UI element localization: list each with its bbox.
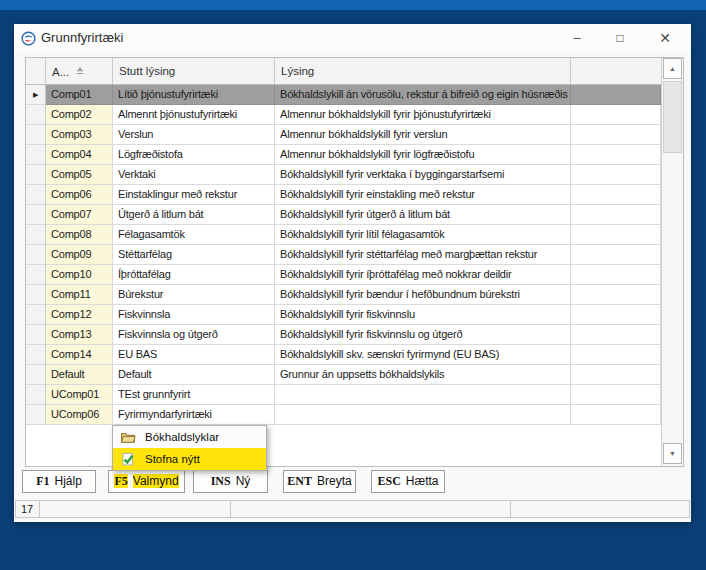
cell-id[interactable]: Comp03 bbox=[46, 125, 113, 145]
table-row[interactable]: Comp10 Íþróttafélag Bókhaldslykill fyrir… bbox=[26, 265, 661, 285]
cell-short[interactable]: Fiskvinnsla bbox=[113, 305, 275, 325]
cell-desc[interactable] bbox=[275, 405, 571, 425]
cell-short[interactable]: EU BAS bbox=[113, 345, 275, 365]
table-row[interactable]: Comp06 Einstaklingur með rekstur Bókhald… bbox=[26, 185, 661, 205]
cell-short[interactable]: Búrekstur bbox=[113, 285, 275, 305]
row-selector-cell[interactable] bbox=[26, 165, 46, 185]
cell-desc[interactable]: Grunnur án uppsetts bókhaldslykils bbox=[275, 365, 571, 385]
cell-id[interactable]: UComp01 bbox=[46, 385, 113, 405]
cell-id[interactable]: Comp09 bbox=[46, 245, 113, 265]
scrollbar-thumb[interactable] bbox=[663, 81, 682, 153]
cell-desc[interactable]: Bókhaldslykill fyrir fiskvinnslu bbox=[275, 305, 571, 325]
table-row[interactable]: Comp14 EU BAS Bókhaldslykill skv. sænskr… bbox=[26, 345, 661, 365]
close-button[interactable]: ✕ bbox=[649, 24, 681, 52]
cell-short[interactable]: Lögfræðistofa bbox=[113, 145, 275, 165]
cell-desc[interactable]: Almennur bókhaldslykill fyrir þjónustufy… bbox=[275, 105, 571, 125]
edit-button[interactable]: ENTBreyta bbox=[283, 470, 356, 493]
cell-id[interactable]: Comp14 bbox=[46, 345, 113, 365]
table-row[interactable]: Comp11 Búrekstur Bókhaldslykill fyrir bæ… bbox=[26, 285, 661, 305]
row-selector-cell[interactable] bbox=[26, 205, 46, 225]
cell-short[interactable]: Verslun bbox=[113, 125, 275, 145]
cell-short[interactable]: TEst grunnfyrirt bbox=[113, 385, 275, 405]
cell-id[interactable]: Comp04 bbox=[46, 145, 113, 165]
table-row[interactable]: Comp13 Fiskvinnsla og útgerð Bókhaldslyk… bbox=[26, 325, 661, 345]
cell-short[interactable]: Fiskvinnsla og útgerð bbox=[113, 325, 275, 345]
cell-short[interactable]: Félagasamtök bbox=[113, 225, 275, 245]
new-button[interactable]: INSNý bbox=[193, 470, 268, 493]
row-selector-cell[interactable] bbox=[26, 125, 46, 145]
table-row[interactable]: Comp08 Félagasamtök Bókhaldslykill fyrir… bbox=[26, 225, 661, 245]
cell-desc[interactable]: Almennur bókhaldslykill fyrir lögfræðist… bbox=[275, 145, 571, 165]
cell-desc[interactable]: Bókhaldslykill fyrir stéttarfélag með ma… bbox=[275, 245, 571, 265]
table-row[interactable]: Comp09 Stéttarfélag Bókhaldslykill fyrir… bbox=[26, 245, 661, 265]
cell-desc[interactable]: Bókhaldslykill fyrir fiskvinnslu og útge… bbox=[275, 325, 571, 345]
cell-short[interactable]: Fyrirmyndarfyrirtæki bbox=[113, 405, 275, 425]
row-selector-cell[interactable] bbox=[26, 145, 46, 165]
table-row[interactable]: UComp06 Fyrirmyndarfyrirtæki bbox=[26, 405, 661, 425]
row-selector-cell[interactable] bbox=[26, 285, 46, 305]
cell-id[interactable]: Comp13 bbox=[46, 325, 113, 345]
table-row[interactable]: Comp03 Verslun Almennur bókhaldslykill f… bbox=[26, 125, 661, 145]
table-row[interactable]: Comp07 Útgerð á litlum bát Bókhaldslykil… bbox=[26, 205, 661, 225]
vertical-scrollbar[interactable]: ▲ ▼ bbox=[661, 58, 683, 466]
row-selector-cell[interactable] bbox=[26, 325, 46, 345]
cell-id[interactable]: Comp10 bbox=[46, 265, 113, 285]
table-row[interactable]: Comp05 Verktaki Bókhaldslykill fyrir ver… bbox=[26, 165, 661, 185]
cell-short[interactable]: Verktaki bbox=[113, 165, 275, 185]
row-selector-cell[interactable] bbox=[26, 385, 46, 405]
header-short-description[interactable]: Stutt lýsing bbox=[113, 58, 275, 84]
minimize-button[interactable]: – bbox=[561, 24, 593, 52]
cell-desc[interactable]: Bókhaldslykill fyrir bændur í hefðbundnu… bbox=[275, 285, 571, 305]
header-description[interactable]: Lýsing bbox=[275, 58, 571, 84]
row-selector-cell[interactable] bbox=[26, 225, 46, 245]
menu-item-bokhaldslyklar[interactable]: Bókhaldslyklar bbox=[113, 426, 266, 448]
maximize-button[interactable]: □ bbox=[604, 24, 636, 52]
cell-id[interactable]: Comp11 bbox=[46, 285, 113, 305]
cell-desc[interactable]: Bókhaldslykill fyrir útgerð á litlum bát bbox=[275, 205, 571, 225]
cell-desc[interactable]: Bókhaldslykill fyrir verktaka í bygginga… bbox=[275, 165, 571, 185]
cell-short[interactable]: Stéttarfélag bbox=[113, 245, 275, 265]
cell-id[interactable]: Comp01 bbox=[46, 85, 113, 105]
row-selector-cell[interactable] bbox=[26, 345, 46, 365]
cell-desc[interactable]: Almennur bókhaldslykill fyrir verslun bbox=[275, 125, 571, 145]
table-row[interactable]: Default Default Grunnur án uppsetts bókh… bbox=[26, 365, 661, 385]
cell-id[interactable]: Comp08 bbox=[46, 225, 113, 245]
cell-id[interactable]: Default bbox=[46, 365, 113, 385]
row-selector-cell[interactable] bbox=[26, 305, 46, 325]
help-button[interactable]: F1Hjálp bbox=[22, 470, 96, 493]
row-selector-cell[interactable] bbox=[26, 405, 46, 425]
table-row[interactable]: Comp02 Almennt þjónustufyrirtæki Almennu… bbox=[26, 105, 661, 125]
cell-id[interactable]: UComp06 bbox=[46, 405, 113, 425]
table-row[interactable]: Comp04 Lögfræðistofa Almennur bókhaldsly… bbox=[26, 145, 661, 165]
cell-short[interactable]: Einstaklingur með rekstur bbox=[113, 185, 275, 205]
exit-button[interactable]: ESCHætta bbox=[371, 470, 445, 493]
table-row[interactable]: UComp01 TEst grunnfyrirt bbox=[26, 385, 661, 405]
cell-short[interactable]: Útgerð á litlum bát bbox=[113, 205, 275, 225]
cell-short[interactable]: Lítið þjónustufyrirtæki bbox=[113, 85, 275, 105]
cell-desc[interactable]: Bókhaldslykill skv. sænskri fyrirmynd (E… bbox=[275, 345, 571, 365]
row-selector-cell[interactable] bbox=[26, 265, 46, 285]
cell-id[interactable]: Comp06 bbox=[46, 185, 113, 205]
menu-item-stofna-nytt[interactable]: Stofna nýtt bbox=[113, 448, 266, 470]
row-selector-cell[interactable] bbox=[26, 185, 46, 205]
row-selector-cell[interactable]: ▶ bbox=[26, 85, 46, 105]
table-row[interactable]: ▶ Comp01 Lítið þjónustufyrirtæki Bókhald… bbox=[26, 85, 661, 105]
menu-button[interactable]: F5Valmynd bbox=[108, 470, 185, 493]
header-id[interactable]: A... bbox=[46, 58, 113, 84]
scroll-down-icon[interactable]: ▼ bbox=[663, 443, 682, 464]
row-selector-cell[interactable] bbox=[26, 365, 46, 385]
row-selector-cell[interactable] bbox=[26, 105, 46, 125]
table-row[interactable]: Comp12 Fiskvinnsla Bókhaldslykill fyrir … bbox=[26, 305, 661, 325]
cell-desc[interactable]: Bókhaldslykill fyrir íþróttafélag með no… bbox=[275, 265, 571, 285]
cell-id[interactable]: Comp02 bbox=[46, 105, 113, 125]
cell-id[interactable]: Comp05 bbox=[46, 165, 113, 185]
row-selector-cell[interactable] bbox=[26, 245, 46, 265]
cell-desc[interactable] bbox=[275, 385, 571, 405]
cell-short[interactable]: Íþróttafélag bbox=[113, 265, 275, 285]
cell-short[interactable]: Almennt þjónustufyrirtæki bbox=[113, 105, 275, 125]
cell-short[interactable]: Default bbox=[113, 365, 275, 385]
cell-desc[interactable]: Bókhaldslykill fyrir einstakling með rek… bbox=[275, 185, 571, 205]
cell-id[interactable]: Comp07 bbox=[46, 205, 113, 225]
cell-id[interactable]: Comp12 bbox=[46, 305, 113, 325]
cell-desc[interactable]: Bókhaldslykill fyrir lítil félagasamtök bbox=[275, 225, 571, 245]
